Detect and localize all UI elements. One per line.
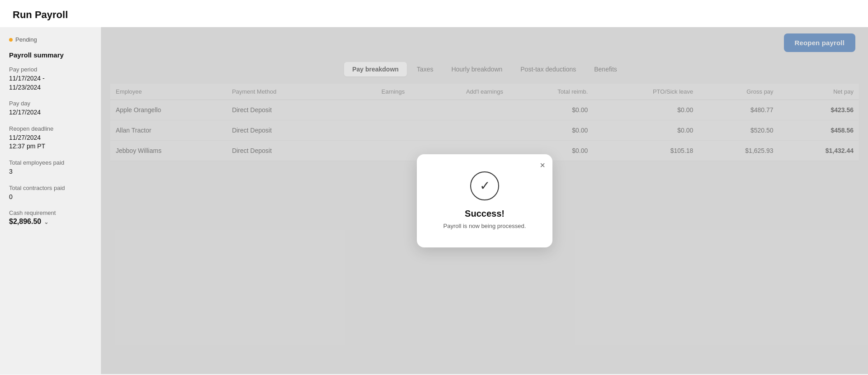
cash-requirement-field: Cash requirement $2,896.50 ⌄ (9, 209, 92, 226)
pay-period-label: Pay period (9, 66, 92, 73)
reopen-deadline-value: 11/27/202412:37 pm PT (9, 133, 92, 151)
pay-period-field: Pay period 11/17/2024 -11/23/2024 (9, 66, 92, 92)
pending-dot-icon (9, 38, 13, 42)
payroll-summary-title: Payroll summary (9, 51, 92, 59)
pay-day-field: Pay day 12/17/2024 (9, 100, 92, 117)
total-employees-value: 3 (9, 167, 92, 176)
sidebar: Pending Payroll summary Pay period 11/17… (0, 27, 101, 374)
cash-req-row: $2,896.50 ⌄ (9, 218, 92, 226)
chevron-down-icon[interactable]: ⌄ (44, 218, 49, 225)
cash-requirement-value: $2,896.50 (9, 218, 41, 226)
total-contractors-field: Total contractors paid 0 (9, 185, 92, 202)
total-employees-label: Total employees paid (9, 159, 92, 166)
content-area: Reopen payroll Pay breakdown Taxes Hourl… (101, 27, 868, 374)
total-contractors-label: Total contractors paid (9, 185, 92, 191)
reopen-deadline-field: Reopen deadline 11/27/202412:37 pm PT (9, 125, 92, 151)
cash-requirement-label: Cash requirement (9, 209, 92, 216)
modal-close-button[interactable]: × (540, 161, 545, 170)
pay-period-value: 11/17/2024 -11/23/2024 (9, 74, 92, 92)
success-title: Success! (465, 209, 505, 219)
checkmark-icon: ✓ (480, 178, 490, 193)
success-modal: × ✓ Success! Payroll is now being proces… (417, 154, 552, 247)
total-contractors-value: 0 (9, 193, 92, 202)
total-employees-field: Total employees paid 3 (9, 159, 92, 176)
page-title: Run Payroll (0, 0, 868, 27)
modal-overlay: × ✓ Success! Payroll is now being proces… (101, 27, 868, 374)
pending-badge: Pending (9, 36, 92, 43)
success-subtitle: Payroll is now being processed. (443, 223, 526, 229)
pending-label: Pending (15, 36, 37, 43)
reopen-deadline-label: Reopen deadline (9, 125, 92, 132)
main-layout: Pending Payroll summary Pay period 11/17… (0, 27, 868, 374)
pay-day-value: 12/17/2024 (9, 108, 92, 117)
pay-day-label: Pay day (9, 100, 92, 107)
success-circle: ✓ (470, 171, 499, 200)
